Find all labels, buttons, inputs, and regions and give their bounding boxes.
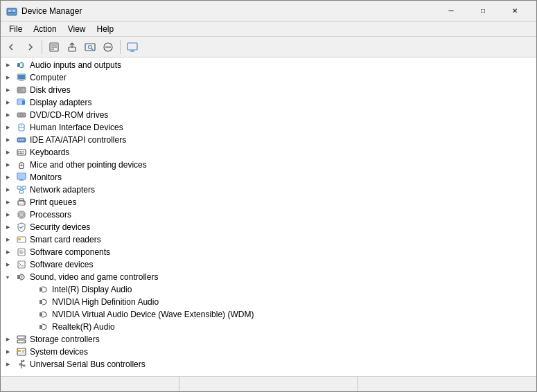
icon-disk xyxy=(16,84,27,96)
tree-item-disk[interactable]: Disk drives xyxy=(1,84,536,96)
label-mice: Mice and other pointing devices xyxy=(30,160,147,170)
tree-item-network[interactable]: Network adapters xyxy=(1,184,536,196)
expand-ide[interactable] xyxy=(2,134,13,145)
expand-hid[interactable] xyxy=(2,122,13,133)
svg-rect-81 xyxy=(17,275,20,279)
menu-help[interactable]: Help xyxy=(91,23,120,35)
device-tree[interactable]: Audio inputs and outputs Computer xyxy=(1,57,536,376)
expand-audio[interactable] xyxy=(2,60,13,71)
close-button[interactable]: ✕ xyxy=(499,1,531,21)
svg-point-89 xyxy=(24,341,25,342)
scan-button[interactable] xyxy=(82,39,98,55)
expand-smartcard[interactable] xyxy=(2,234,13,245)
icon-softwarecomp xyxy=(16,247,27,258)
tree-item-usb[interactable]: Universal Serial Bus controllers xyxy=(1,358,536,371)
monitor-view-button[interactable] xyxy=(124,39,141,55)
status-panel-1 xyxy=(1,377,179,391)
expand-sound[interactable] xyxy=(2,271,13,283)
expand-disk[interactable] xyxy=(2,84,13,96)
expand-storage[interactable] xyxy=(2,334,13,345)
expand-softwaredev[interactable] xyxy=(2,259,13,270)
expand-usb[interactable] xyxy=(2,359,13,370)
svg-rect-39 xyxy=(17,150,26,155)
tree-item-processors[interactable]: Processors xyxy=(1,208,536,221)
svg-rect-100 xyxy=(19,364,21,365)
svg-rect-37 xyxy=(20,139,21,141)
disable-button[interactable] xyxy=(100,39,116,55)
tree-item-sound[interactable]: Sound, video and game controllers xyxy=(1,271,536,283)
expand-mice[interactable] xyxy=(2,159,13,170)
expand-display[interactable] xyxy=(2,97,13,108)
tree-item-audio[interactable]: Audio inputs and outputs xyxy=(1,59,536,71)
icon-sound-nvidia-wdm xyxy=(38,309,49,320)
label-softwaredev: Software devices xyxy=(30,260,93,269)
label-sound-realtek: Realtek(R) Audio xyxy=(52,322,115,332)
icon-monitor xyxy=(16,172,27,183)
update-driver-button[interactable] xyxy=(64,39,80,55)
icon-audio xyxy=(16,60,27,71)
menu-file[interactable]: File xyxy=(3,23,28,35)
label-sound-intel: Intel(R) Display Audio xyxy=(52,285,132,294)
tree-item-computer[interactable]: Computer xyxy=(1,71,536,84)
icon-network xyxy=(16,184,27,195)
expand-network[interactable] xyxy=(2,184,13,195)
label-softwarecomp: Software components xyxy=(30,247,110,257)
tree-item-hid[interactable]: Human Interface Devices xyxy=(1,121,536,134)
svg-rect-43 xyxy=(24,151,25,152)
tree-item-keyboards[interactable]: Keyboards xyxy=(1,146,536,159)
svg-rect-84 xyxy=(39,312,42,317)
expand-computer[interactable] xyxy=(2,72,13,83)
tree-item-mice[interactable]: Mice and other pointing devices xyxy=(1,159,536,171)
expand-processors[interactable] xyxy=(2,209,13,220)
content-area: Audio inputs and outputs Computer xyxy=(1,57,536,376)
back-button[interactable] xyxy=(3,39,20,55)
svg-rect-17 xyxy=(17,63,20,67)
tree-item-sound-intel[interactable]: Intel(R) Display Audio xyxy=(1,283,536,296)
minimize-button[interactable]: ─ xyxy=(435,1,467,21)
expand-sysdev[interactable] xyxy=(2,346,13,357)
expand-security[interactable] xyxy=(2,222,13,233)
svg-rect-2 xyxy=(12,10,15,12)
svg-rect-28 xyxy=(22,100,25,105)
svg-rect-3 xyxy=(8,12,15,13)
menu-view[interactable]: View xyxy=(62,23,91,35)
svg-rect-40 xyxy=(18,151,19,152)
expand-keyboards[interactable] xyxy=(2,147,13,158)
expand-softwarecomp[interactable] xyxy=(2,247,13,258)
icon-sound-intel xyxy=(38,284,49,295)
forward-button[interactable] xyxy=(21,39,38,55)
tree-item-dvd[interactable]: DVD/CD-ROM drives xyxy=(1,109,536,121)
label-processors: Processors xyxy=(30,210,71,220)
tree-item-sound-nvidia-hd[interactable]: NVIDIA High Definition Audio xyxy=(1,296,536,308)
icon-softwaredev xyxy=(16,259,27,270)
label-print: Print queues xyxy=(30,197,76,207)
tree-item-print[interactable]: Print queues xyxy=(1,196,536,208)
tree-item-smartcard[interactable]: Smart card readers xyxy=(1,233,536,246)
icon-print xyxy=(16,197,27,208)
tree-item-softwarecomp[interactable]: Software components xyxy=(1,246,536,258)
tree-item-storage[interactable]: Storage controllers xyxy=(1,333,536,346)
label-sound-nvidia-hd: NVIDIA High Definition Audio xyxy=(52,297,159,307)
expand-print[interactable] xyxy=(2,197,13,208)
properties-button[interactable] xyxy=(46,39,62,55)
expand-dvd[interactable] xyxy=(2,109,13,121)
status-panel-2 xyxy=(179,377,358,391)
tree-item-security[interactable]: Security devices xyxy=(1,221,536,233)
tree-item-sound-realtek[interactable]: Realtek(R) Audio xyxy=(1,321,536,333)
menu-action[interactable]: Action xyxy=(28,23,62,35)
svg-rect-42 xyxy=(21,151,23,152)
tree-item-softwaredev[interactable]: Software devices xyxy=(1,258,536,271)
svg-rect-45 xyxy=(20,153,23,154)
tree-item-sound-nvidia-wdm[interactable]: NVIDIA Virtual Audio Device (Wave Extens… xyxy=(1,308,536,321)
maximize-button[interactable]: □ xyxy=(467,1,499,21)
expand-monitors[interactable] xyxy=(2,172,13,183)
label-display: Display adapters xyxy=(30,98,91,107)
svg-rect-21 xyxy=(18,75,25,79)
icon-keyboard xyxy=(16,147,27,158)
tree-item-monitors[interactable]: Monitors xyxy=(1,171,536,184)
tree-item-display[interactable]: Display adapters xyxy=(1,96,536,109)
tree-item-sysdev[interactable]: System devices xyxy=(1,346,536,358)
tree-item-ide[interactable]: IDE ATA/ATAPI controllers xyxy=(1,134,536,146)
svg-point-88 xyxy=(24,337,25,338)
label-audio: Audio inputs and outputs xyxy=(30,60,121,70)
